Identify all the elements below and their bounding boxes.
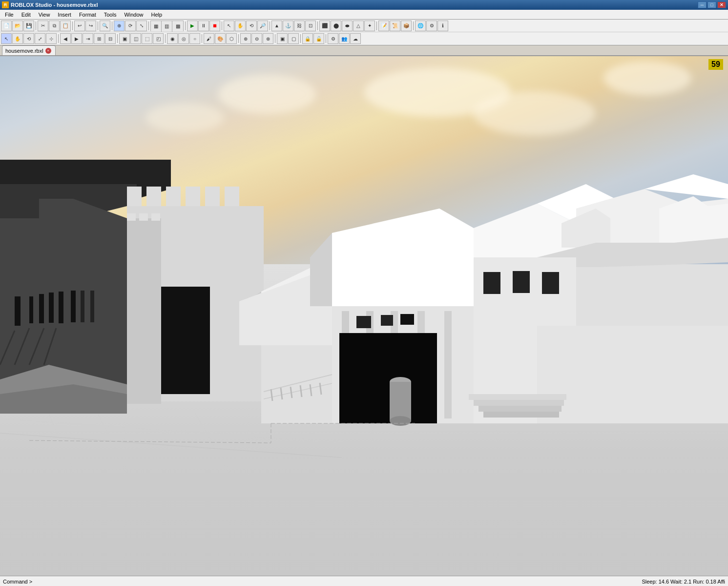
tb-open[interactable]: 📂: [12, 21, 23, 31]
tb-zoom[interactable]: 🔎: [257, 21, 268, 31]
tb-sep-6: [185, 21, 186, 30]
tb-sphere[interactable]: ⬤: [331, 21, 341, 31]
tb-grid-group: ▦ ▥ ▩: [150, 21, 184, 31]
tb-local-script[interactable]: 📜: [390, 21, 400, 31]
win-r-2: [381, 315, 393, 326]
tb-transform[interactable]: ⊹: [46, 33, 57, 44]
tb-play[interactable]: ▶: [187, 21, 198, 31]
tb-effect-1[interactable]: ◉: [167, 33, 178, 44]
file-tab[interactable]: housemove.rbxl ×: [2, 45, 56, 55]
tb-pan[interactable]: ✋: [235, 21, 246, 31]
tb-stop[interactable]: ⏹: [209, 21, 220, 31]
tb-find[interactable]: 🔍: [100, 21, 110, 31]
tb-unlock[interactable]: 🔓: [313, 33, 324, 44]
minimize-button[interactable]: ─: [698, 1, 707, 8]
tb-sep-16: [238, 34, 239, 43]
menu-window[interactable]: Window: [120, 10, 147, 19]
tb-camera-select[interactable]: ↖: [224, 21, 234, 31]
tb-cloud[interactable]: ☁: [350, 33, 361, 44]
tb-sep-7: [222, 21, 222, 30]
menu-tools[interactable]: Tools: [100, 10, 121, 19]
tb-info[interactable]: ℹ: [437, 21, 448, 31]
tb-part[interactable]: ⬛: [319, 21, 330, 31]
tb-save[interactable]: 💾: [23, 21, 34, 31]
menu-insert[interactable]: Insert: [54, 10, 75, 19]
tb-view-front[interactable]: ▣: [119, 33, 130, 44]
tb-script[interactable]: 📝: [378, 21, 389, 31]
stats-display: Sleep: 14.6 Wait: 2.1 Run: 0.18 Affi: [642, 579, 725, 585]
cylinder-body: [390, 382, 411, 421]
window-slot-2: [29, 296, 33, 323]
tb-orbit[interactable]: ⟲: [246, 21, 257, 31]
menu-edit[interactable]: Edit: [18, 10, 35, 19]
tb-anchor[interactable]: ⚓: [283, 21, 293, 31]
tb-sep-18: [300, 34, 301, 43]
tb-weld[interactable]: ⛓: [294, 21, 305, 31]
tab-close-button[interactable]: ×: [45, 48, 51, 54]
tb-grid-3[interactable]: ▩: [172, 21, 183, 32]
battlement-6: [225, 187, 239, 206]
tb-view-persp[interactable]: ◰: [153, 33, 164, 44]
tb-special[interactable]: ✦: [364, 21, 375, 31]
tb-group[interactable]: ▣: [277, 33, 288, 44]
tb-paste[interactable]: 📋: [60, 21, 71, 31]
tb-lock[interactable]: 🔒: [302, 33, 313, 44]
title-bar: R ROBLOX Studio - housemove.rbxl ─ □ ✕: [0, 0, 728, 10]
tb-material[interactable]: ⬡: [226, 33, 237, 44]
tb-view-back[interactable]: ◫: [130, 33, 141, 44]
tb-collide[interactable]: ⊡: [305, 21, 316, 31]
tb-paint[interactable]: 🖌: [204, 33, 214, 44]
tb-new[interactable]: 📄: [1, 21, 12, 31]
tb-sep-11: [413, 21, 414, 30]
window-slot-6: [71, 291, 76, 322]
tb-ungroup[interactable]: ▢: [288, 33, 299, 44]
win-right-2: [513, 271, 530, 293]
tb-effect-3[interactable]: ○: [189, 33, 200, 44]
window-slot-3: [39, 294, 44, 323]
tb-redo[interactable]: ↪: [85, 21, 96, 31]
tb-grid-1[interactable]: ▦: [151, 21, 162, 32]
menu-view[interactable]: View: [35, 10, 54, 19]
tb-select[interactable]: ↖: [1, 33, 12, 44]
tb-copy[interactable]: ⧉: [49, 21, 60, 31]
tb-scale[interactable]: ⤡: [136, 21, 147, 31]
tb-wedge[interactable]: △: [353, 21, 364, 31]
tb-pause[interactable]: ⏸: [198, 21, 209, 31]
tb-undo[interactable]: ↩: [74, 21, 85, 31]
tb-move2[interactable]: ✋: [12, 33, 23, 44]
tb-grid-2[interactable]: ▥: [162, 21, 172, 32]
tb-negate[interactable]: ⊖: [251, 33, 262, 44]
tb-module[interactable]: 📦: [401, 21, 412, 31]
menu-format[interactable]: Format: [75, 10, 100, 19]
tb-view-top[interactable]: ⬚: [142, 33, 152, 44]
tb-game-settings[interactable]: ⚙: [328, 33, 338, 44]
tb-rotate[interactable]: ⟳: [125, 21, 136, 31]
maximize-button[interactable]: □: [707, 1, 716, 8]
tb-sep-19: [326, 34, 326, 43]
viewport[interactable]: 59: [0, 56, 728, 576]
tb-scale2[interactable]: ⤢: [35, 33, 45, 44]
tb-union[interactable]: ⊕: [240, 33, 251, 44]
tb-rotate2[interactable]: ⟲: [23, 33, 34, 44]
tb-color[interactable]: 🎨: [215, 33, 226, 44]
pillar-5: [444, 311, 452, 419]
window-slot-7: [81, 291, 84, 322]
tb-snap-back[interactable]: ◀: [60, 33, 71, 44]
tb-cylinder[interactable]: ⬬: [342, 21, 353, 31]
tb-settings[interactable]: ⚙: [426, 21, 437, 31]
menu-file[interactable]: File: [1, 10, 18, 19]
menu-help[interactable]: Help: [147, 10, 166, 19]
tb-snap-inc[interactable]: ⊞: [94, 33, 104, 44]
tb-team-test[interactable]: 👥: [339, 33, 350, 44]
window-close-button[interactable]: ✕: [717, 1, 726, 8]
tb-effect-2[interactable]: ◎: [178, 33, 189, 44]
tb-publish[interactable]: 🌐: [415, 21, 426, 31]
tb-terrain[interactable]: ▲: [271, 21, 282, 31]
tb-cut[interactable]: ✂: [38, 21, 48, 31]
tb-select-move[interactable]: ⊕: [114, 21, 125, 31]
tb-snap-to[interactable]: ⇥: [83, 33, 93, 44]
tb-snap-dec[interactable]: ⊟: [105, 33, 116, 44]
tb-snap-fwd[interactable]: ▶: [71, 33, 82, 44]
tb-separate[interactable]: ⊗: [263, 33, 273, 44]
tb-sep-4: [112, 21, 112, 30]
